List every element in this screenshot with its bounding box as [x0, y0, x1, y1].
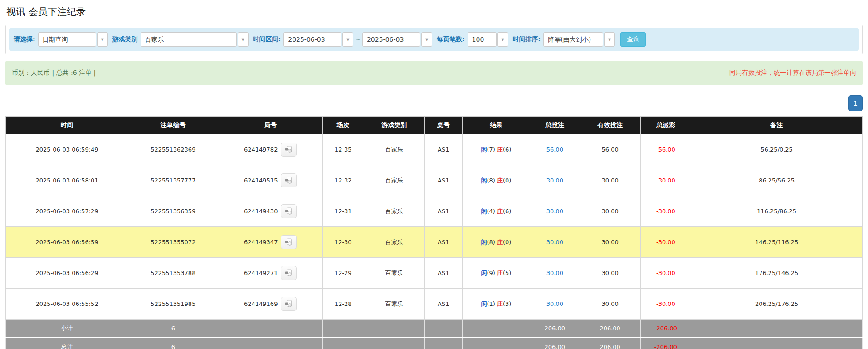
- cell-game-type: 百家乐: [364, 258, 424, 289]
- cell-result: 闲(1) 庄(3): [462, 289, 530, 320]
- total-label: 总计: [6, 338, 128, 349]
- cell-result: 闲(8) 庄(0): [462, 165, 530, 196]
- cell-total-bet[interactable]: 56.00: [530, 134, 580, 165]
- cell-bet-id: 522551353788: [128, 258, 218, 289]
- total-bet-link[interactable]: 30.00: [546, 239, 563, 246]
- search-button[interactable]: 查询: [620, 32, 646, 47]
- film-icon: [285, 269, 293, 277]
- cell-time: 2025-06-03 06:56:29: [6, 258, 128, 289]
- time-sort-select[interactable]: 降幂(由大到小) ▼: [543, 32, 615, 47]
- grand-total-row: 总计 6 206.00 206.00 -206.00: [6, 338, 863, 349]
- cell-remark: 206.25/176.25: [691, 289, 863, 320]
- video-replay-button[interactable]: [281, 173, 297, 187]
- total-bet-link[interactable]: 56.00: [546, 146, 563, 153]
- query-type-select[interactable]: 日期查询 ▼: [38, 32, 108, 47]
- game-type-label: 游戏类别: [112, 35, 138, 44]
- cell-session: 12-29: [322, 258, 364, 289]
- payout-value: -30.00: [656, 208, 675, 215]
- page: 视讯 会员下注纪录 请选择: 日期查询 ▼ 游戏类别 百家乐 ▼ 时间区间: 2…: [0, 0, 868, 349]
- cell-remark: 116.25/86.25: [691, 196, 863, 227]
- date-to-value[interactable]: 2025-06-03: [362, 32, 420, 47]
- round-id-text: 624149169: [244, 300, 278, 307]
- filter-bar: 请选择: 日期查询 ▼ 游戏类别 百家乐 ▼ 时间区间: 2025-06-03 …: [9, 28, 859, 51]
- cell-table-no: AS1: [424, 134, 462, 165]
- cell-total-bet[interactable]: 30.00: [530, 289, 580, 320]
- col-remark: 备注: [691, 117, 863, 134]
- total-bet-link[interactable]: 30.00: [546, 208, 563, 215]
- cell-total-bet[interactable]: 30.00: [530, 227, 580, 258]
- col-payout: 总派彩: [640, 117, 691, 134]
- cell-time: 2025-06-03 06:56:59: [6, 227, 128, 258]
- page-size-value[interactable]: 100: [468, 32, 497, 47]
- chevron-down-icon[interactable]: ▼: [604, 32, 615, 47]
- time-sort-value[interactable]: 降幂(由大到小): [543, 32, 603, 47]
- total-bet-link[interactable]: 30.00: [546, 270, 563, 276]
- date-from-select[interactable]: 2025-06-03 ▼: [283, 32, 353, 47]
- chevron-down-icon[interactable]: ▼: [342, 32, 353, 47]
- col-table-no: 桌号: [424, 117, 462, 134]
- video-replay-button[interactable]: [281, 204, 297, 218]
- round-id-text: 624149515: [244, 177, 278, 184]
- cell-valid-bet: 30.00: [580, 196, 640, 227]
- col-game-type: 游戏类别: [364, 117, 424, 134]
- table-body: 2025-06-03 06:59:49522551362369624149782…: [6, 134, 863, 320]
- col-total-bet: 总投注: [530, 117, 580, 134]
- cell-payout: -30.00: [640, 227, 691, 258]
- total-bet-link[interactable]: 30.00: [546, 300, 563, 307]
- cell-session: 12-35: [322, 134, 364, 165]
- result-player-count: (9): [487, 270, 495, 276]
- cell-result: 闲(4) 庄(6): [462, 196, 530, 227]
- cell-round-id: 624149347: [218, 227, 322, 258]
- table-row: 2025-06-03 06:58:01522551357777624149515…: [6, 165, 863, 196]
- round-id-text: 624149430: [244, 208, 278, 215]
- chevron-down-icon[interactable]: ▼: [421, 32, 432, 47]
- film-icon: [285, 207, 293, 215]
- result-player: 闲: [481, 177, 487, 184]
- cell-bet-id: 522551355072: [128, 227, 218, 258]
- game-type-value[interactable]: 百家乐: [141, 32, 237, 47]
- cell-valid-bet: 30.00: [580, 227, 640, 258]
- round-id-text: 624149347: [244, 239, 278, 246]
- cell-game-type: 百家乐: [364, 227, 424, 258]
- video-replay-button[interactable]: [281, 143, 297, 157]
- total-bet-link[interactable]: 30.00: [546, 177, 563, 184]
- cell-valid-bet: 56.00: [580, 134, 640, 165]
- result-player: 闲: [481, 239, 487, 246]
- cell-remark: 176.25/146.25: [691, 258, 863, 289]
- result-banker: 庄: [497, 270, 503, 276]
- date-from-value[interactable]: 2025-06-03: [283, 32, 341, 47]
- cell-game-type: 百家乐: [364, 165, 424, 196]
- result-player-count: (4): [487, 208, 495, 215]
- col-bet-id: 注单编号: [128, 117, 218, 134]
- video-replay-button[interactable]: [281, 297, 297, 311]
- col-result: 结果: [462, 117, 530, 134]
- total-payout: -206.00: [640, 338, 691, 349]
- page-size-select[interactable]: 100 ▼: [468, 32, 508, 47]
- game-type-select[interactable]: 百家乐 ▼: [141, 32, 249, 47]
- video-replay-button[interactable]: [281, 266, 297, 280]
- query-type-label: 请选择:: [14, 35, 35, 44]
- cell-payout: -30.00: [640, 165, 691, 196]
- chevron-down-icon[interactable]: ▼: [238, 32, 249, 47]
- payout-value: -30.00: [656, 239, 675, 246]
- total-count: 6: [128, 338, 218, 349]
- cell-remark: 86.25/56.25: [691, 165, 863, 196]
- chevron-down-icon[interactable]: ▼: [497, 32, 508, 47]
- result-banker-count: (3): [503, 300, 511, 307]
- cell-game-type: 百家乐: [364, 134, 424, 165]
- cell-total-bet[interactable]: 30.00: [530, 165, 580, 196]
- video-replay-button[interactable]: [281, 235, 297, 249]
- cell-total-bet[interactable]: 30.00: [530, 258, 580, 289]
- query-type-value[interactable]: 日期查询: [38, 32, 96, 47]
- page-1-button[interactable]: 1: [848, 95, 863, 111]
- cell-payout: -30.00: [640, 258, 691, 289]
- cell-session: 12-28: [322, 289, 364, 320]
- cell-total-bet[interactable]: 30.00: [530, 196, 580, 227]
- cell-bet-id: 522551351985: [128, 289, 218, 320]
- notice-warning-text: 同局有效投注，统一计算在该局第一张注单内: [729, 69, 856, 77]
- chevron-down-icon[interactable]: ▼: [97, 32, 108, 47]
- date-to-select[interactable]: 2025-06-03 ▼: [362, 32, 432, 47]
- table-row: 2025-06-03 06:57:29522551356359624149430…: [6, 196, 863, 227]
- result-banker-count: (0): [503, 177, 511, 184]
- cell-session: 12-31: [322, 196, 364, 227]
